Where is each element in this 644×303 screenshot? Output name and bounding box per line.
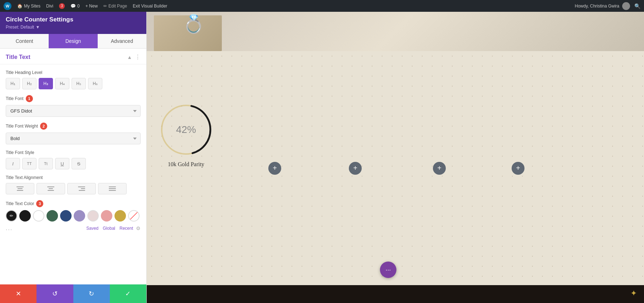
new-content-menu[interactable]: + New: [86, 4, 98, 9]
search-icon[interactable]: 🔍: [634, 3, 640, 9]
heading-h1-button[interactable]: H₁: [6, 78, 20, 89]
page-header-strip: 💍: [147, 12, 644, 51]
color-settings-gear-icon[interactable]: ⚙: [136, 225, 141, 231]
circle-counter-widget: 42% 10k Gold Parity: [157, 101, 215, 168]
bottom-action-bar: ✕ ↺ ↻ ✓: [0, 284, 146, 303]
color-swatch-lavender[interactable]: [74, 210, 85, 222]
color-swatch-light-pink[interactable]: [87, 210, 99, 222]
save-button[interactable]: ✓: [110, 284, 146, 303]
comments-menu[interactable]: 💬 0: [70, 4, 80, 9]
italic-button[interactable]: I: [6, 158, 20, 169]
wp-admin-bar: W 🏠 My Sites Divi 3 💬 0 + New ✏ Edit Pag…: [0, 0, 644, 12]
gold-ring-image: 💍: [182, 14, 205, 34]
color-swatch-gold[interactable]: [114, 210, 126, 222]
add-module-button-3[interactable]: +: [433, 162, 446, 175]
pencil-icon: ✏: [10, 213, 13, 218]
canvas-footer: ✦: [147, 285, 644, 303]
color-swatch-rose[interactable]: [101, 210, 112, 222]
color-picker-swatch[interactable]: ✏: [6, 210, 17, 222]
user-greeting[interactable]: Howdy, Christina Gwira 🔍: [575, 2, 640, 10]
canvas-area: 💍 42% 10k Gold Parity + +: [147, 12, 644, 303]
text-alignment-label: Title Text Alignment: [6, 175, 141, 180]
section-more-icon[interactable]: ⋮: [135, 54, 141, 60]
edit-page-link[interactable]: ✏ Edit Page: [103, 4, 127, 9]
heading-h3-button[interactable]: H₃: [39, 78, 53, 89]
exit-builder-button[interactable]: Exit Visual Builder: [133, 4, 167, 9]
floating-menu-button[interactable]: ···: [380, 262, 396, 278]
collapse-icon[interactable]: ▲: [127, 54, 132, 60]
circle-percent-label: 42%: [176, 124, 196, 135]
text-color-label: Title Text Color 3: [6, 200, 141, 207]
footer-star-icon: ✦: [630, 289, 637, 298]
settings-tabs: Content Design Advanced: [0, 34, 146, 49]
tab-advanced[interactable]: Advanced: [98, 34, 146, 48]
wp-logo[interactable]: W: [4, 2, 11, 10]
heading-h5-button[interactable]: H₅: [72, 78, 86, 89]
uppercase-button[interactable]: TT: [22, 158, 36, 169]
color-swatch-black[interactable]: [19, 210, 31, 222]
global-colors-link[interactable]: Global: [103, 226, 115, 231]
heading-h2-button[interactable]: H₂: [22, 78, 36, 89]
color-swatches: ✏: [6, 210, 141, 222]
font-badge: 1: [26, 95, 33, 102]
cancel-button[interactable]: ✕: [0, 284, 36, 303]
my-sites-menu[interactable]: 🏠 My Sites: [17, 4, 40, 9]
tab-design[interactable]: Design: [49, 34, 97, 48]
new-label: + New: [86, 4, 98, 9]
align-left-button[interactable]: [6, 183, 34, 194]
title-text-section-header: Title Text ▲ ⋮: [0, 49, 146, 64]
underline-button[interactable]: U: [55, 158, 69, 169]
font-style-label: Title Font Style: [6, 150, 141, 155]
font-weight-selector[interactable]: Bold: [6, 133, 141, 144]
align-justify-button[interactable]: [98, 183, 127, 194]
saved-colors-link[interactable]: Saved: [86, 226, 98, 231]
circle-chart: 42%: [157, 101, 215, 158]
text-alignment-buttons: [6, 183, 141, 194]
settings-panel: Circle Counter Settings Preset: Default …: [0, 12, 147, 303]
dots-icon: ···: [385, 266, 391, 274]
divi-menu[interactable]: Divi: [46, 4, 53, 9]
edit-icon: ✏: [103, 4, 107, 9]
color-swatch-none[interactable]: [128, 210, 140, 222]
undo-button[interactable]: ↺: [36, 284, 73, 303]
heading-level-label: Title Heading Level: [6, 70, 141, 75]
font-weight-label: Title Font Weight 2: [6, 123, 141, 130]
text-color-badge: 3: [36, 200, 43, 207]
align-center-button[interactable]: [36, 183, 65, 194]
tab-content[interactable]: Content: [0, 34, 49, 48]
section-controls: ▲ ⋮: [127, 54, 141, 60]
updates-menu[interactable]: 3: [59, 3, 65, 9]
strikethrough-button[interactable]: S: [72, 158, 86, 169]
redo-button[interactable]: ↻: [73, 284, 110, 303]
heading-level-buttons: H₁ H₂ H₃ H₄ H₅ H₆: [6, 78, 141, 89]
canvas-main: 42% 10k Gold Parity + + + + ···: [147, 51, 644, 285]
add-module-button-4[interactable]: +: [512, 162, 525, 175]
chevron-down-icon: ▼: [35, 25, 40, 30]
color-swatch-dark-green[interactable]: [47, 210, 58, 222]
circle-title-label: 10k Gold Parity: [157, 161, 215, 168]
panel-content-area: Title Heading Level H₁ H₂ H₃ H₄ H₅ H₆ Ti…: [0, 64, 146, 284]
capitalize-button[interactable]: Tt: [39, 158, 53, 169]
user-avatar: [622, 2, 630, 10]
heading-h4-button[interactable]: H₄: [55, 78, 69, 89]
add-module-button-2[interactable]: +: [349, 162, 362, 175]
preset-selector[interactable]: Preset: Default ▼: [6, 25, 141, 30]
font-label: Title Font 1: [6, 95, 141, 102]
color-swatch-white[interactable]: [33, 210, 44, 222]
align-right-button[interactable]: [67, 183, 96, 194]
font-selector[interactable]: GFS Didot: [6, 105, 141, 117]
add-module-button-1[interactable]: +: [268, 162, 281, 175]
home-icon: 🏠: [17, 4, 23, 9]
color-more-dots[interactable]: ...: [6, 225, 13, 232]
section-title: Title Text: [6, 54, 30, 60]
updates-badge: 3: [59, 3, 65, 9]
font-style-buttons: I TT Tt U S: [6, 158, 141, 169]
color-swatch-navy[interactable]: [60, 210, 72, 222]
recent-colors-link[interactable]: Recent: [119, 226, 133, 231]
main-layout: Circle Counter Settings Preset: Default …: [0, 12, 644, 303]
panel-header: Circle Counter Settings Preset: Default …: [0, 12, 146, 34]
heading-h6-button[interactable]: H₆: [88, 78, 102, 89]
font-weight-badge: 2: [40, 123, 47, 130]
comment-icon: 💬: [70, 4, 76, 9]
panel-title: Circle Counter Settings: [6, 16, 141, 23]
